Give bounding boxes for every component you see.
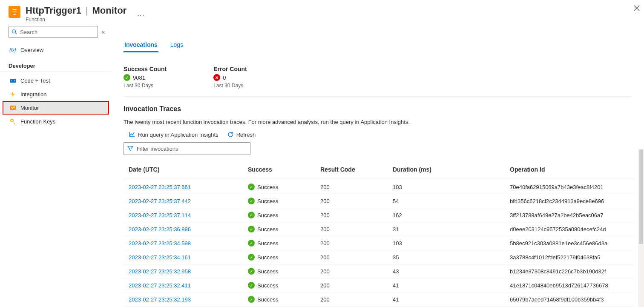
col-operation[interactable]: Operation Id [505,162,635,180]
cell-duration: 103 [388,236,505,250]
stat-error-caption: Last 30 Days [213,83,247,89]
cell-duration: 103 [388,180,505,194]
stat-error-title: Error Count [213,66,247,72]
cell-success: ✓Success [243,264,315,278]
sidebar-group-developer: Developer [0,57,112,72]
traces-table: Date (UTC) Success Result Code Duration … [124,162,635,307]
page-title: HttpTrigger1 | Monitor [26,5,126,16]
invocation-date-link[interactable]: 2023-02-27 23:25:36.896 [129,226,191,232]
error-icon: ✕ [213,74,220,81]
run-query-button[interactable]: Run query in Application Insights [129,131,218,138]
cell-success: ✓Success [243,278,315,293]
success-icon: ✓ [124,74,130,81]
tabs: Invocations Logs [124,39,642,53]
stats-row: Success Count ✓ 9081 Last 30 Days Error … [124,57,632,97]
invocation-date-link[interactable]: 2023-02-27 23:25:32.193 [129,296,191,303]
success-label: Success [257,254,278,261]
cell-result: 200 [315,236,388,250]
tab-invocations[interactable]: Invocations [124,39,158,52]
sidebar-item-label: Integration [20,91,46,98]
scrollbar-thumb[interactable] [639,149,643,244]
success-icon: ✓ [248,254,255,261]
table-row: 2023-02-27 23:25:32.193✓Success200416507… [124,293,635,307]
cell-operation: 3a3788c4f1012fdef522179f04638fa5 [505,250,635,264]
svg-rect-4 [10,106,16,110]
cell-operation: bfd356c6218cf2c2344913a9ece8e696 [505,194,635,208]
function-icon [9,6,20,18]
cell-result: 200 [315,278,388,293]
cell-operation: 5b8ec921c303a0881e1ee3c456e86d3a [505,236,635,250]
refresh-label: Refresh [236,132,256,138]
cell-duration: 41 [388,278,505,293]
tab-logs[interactable]: Logs [170,39,184,52]
col-success[interactable]: Success [243,162,315,180]
sidebar-item-monitor[interactable]: Monitor [3,101,109,115]
refresh-icon [227,131,234,138]
integration-icon [9,91,16,98]
cell-duration: 162 [388,208,505,222]
cell-date: 2023-02-27 23:25:36.896 [124,222,243,236]
col-date[interactable]: Date (UTC) [124,162,243,180]
invocation-date-link[interactable]: 2023-02-27 23:25:37.442 [129,198,191,204]
more-actions-button[interactable]: … [137,9,145,18]
cell-result: 200 [315,293,388,307]
collapse-sidebar-button[interactable]: « [101,29,105,35]
success-label: Success [257,184,278,190]
success-label: Success [257,282,278,289]
search-icon [12,29,17,35]
cell-duration: 35 [388,250,505,264]
cell-date: 2023-02-27 23:25:32.193 [124,293,243,307]
overview-icon: {fx} [9,46,16,53]
cell-date: 2023-02-27 23:25:34.598 [124,236,243,250]
search-input[interactable] [20,29,95,35]
filter-invocations-input[interactable]: Filter invocations [124,142,250,155]
cell-date: 2023-02-27 23:25:37.442 [124,194,243,208]
invocation-date-link[interactable]: 2023-02-27 23:25:32.958 [129,268,191,275]
cell-duration: 54 [388,194,505,208]
table-row: 2023-02-27 23:25:37.661✓Success20010370e… [124,180,635,194]
cell-result: 200 [315,180,388,194]
stat-success-caption: Last 30 Days [124,83,167,89]
search-input-wrap[interactable] [9,26,98,38]
invocation-date-link[interactable]: 2023-02-27 23:25:37.114 [129,212,191,218]
traces-desc: The twenty most recent function invocati… [124,119,642,125]
success-icon: ✓ [248,198,255,204]
cell-result: 200 [315,222,388,236]
table-row: 2023-02-27 23:25:34.161✓Success200353a37… [124,250,635,264]
cell-duration: 31 [388,222,505,236]
stat-error: Error Count ✕ 0 Last 30 Days [213,66,247,89]
success-icon: ✓ [248,296,255,303]
table-row: 2023-02-27 23:25:36.896✓Success20031d0ee… [124,222,635,236]
sidebar-item-integration[interactable]: Integration [0,87,112,101]
sidebar-item-code-test[interactable]: Code + Test [0,74,112,87]
title-main: HttpTrigger1 [26,5,81,16]
page-subtitle: Function [26,17,126,23]
close-button[interactable] [634,4,640,13]
code-test-icon [9,77,16,84]
refresh-button[interactable]: Refresh [227,131,256,138]
success-icon: ✓ [248,282,255,289]
traces-title: Invocation Traces [124,105,642,113]
cell-success: ✓Success [243,293,315,307]
success-icon: ✓ [248,226,255,232]
cell-date: 2023-02-27 23:25:32.958 [124,264,243,278]
col-result[interactable]: Result Code [315,162,388,180]
title-separator: | [86,5,88,16]
invocation-date-link[interactable]: 2023-02-27 23:25:37.661 [129,184,191,190]
sidebar-item-overview[interactable]: {fx} Overview [0,43,112,57]
sidebar-item-function-keys[interactable]: Function Keys [0,115,112,128]
table-row: 2023-02-27 23:25:37.114✓Success2001623ff… [124,208,635,222]
invocation-date-link[interactable]: 2023-02-27 23:25:34.598 [129,240,191,247]
cell-operation: b1234e37308c8491c226c7b3b190d32f [505,264,635,278]
col-duration[interactable]: Duration (ms) [388,162,505,180]
success-icon: ✓ [248,212,255,218]
invocation-date-link[interactable]: 2023-02-27 23:25:34.161 [129,254,191,261]
cell-result: 200 [315,208,388,222]
cell-date: 2023-02-27 23:25:32.411 [124,278,243,293]
cell-operation: 65079b7aeed71458f9df100b359bb4f3 [505,293,635,307]
scrollbar[interactable] [638,149,644,307]
success-label: Success [257,296,278,303]
success-label: Success [257,212,278,218]
sidebar-item-label: Code + Test [20,77,50,84]
invocation-date-link[interactable]: 2023-02-27 23:25:32.411 [129,282,191,289]
